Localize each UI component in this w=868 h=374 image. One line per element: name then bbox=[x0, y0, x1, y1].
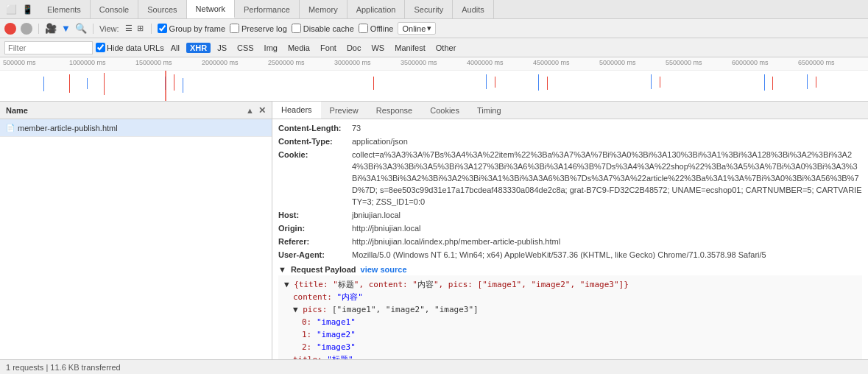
name-column-header: Name bbox=[6, 106, 28, 115]
filter-icon[interactable]: ▼ bbox=[61, 23, 71, 34]
inspect-icon[interactable]: ⬜ bbox=[4, 3, 18, 16]
tab-headers[interactable]: Headers bbox=[272, 102, 321, 119]
filter-css[interactable]: CSS bbox=[233, 43, 258, 53]
disable-cache-label[interactable]: Disable cache bbox=[292, 24, 354, 33]
timeline-label-3: 2000000 ms bbox=[199, 57, 265, 70]
filter-ws[interactable]: WS bbox=[367, 43, 388, 53]
timeline-label-6: 3500000 ms bbox=[398, 57, 464, 70]
device-icon[interactable]: 📱 bbox=[21, 3, 34, 16]
left-panel-header: Name ▲ ✕ bbox=[0, 102, 272, 119]
origin-row: Origin: http://jbniujian.local bbox=[278, 222, 862, 234]
tab-preview[interactable]: Preview bbox=[321, 102, 367, 119]
search-icon[interactable]: 🔍 bbox=[75, 23, 87, 34]
payload-pics-row: ▼ pics: ["image1", "image2", "image3"] bbox=[284, 303, 856, 316]
toggle-payload-icon[interactable]: ▼ bbox=[278, 265, 286, 274]
right-content: Content-Length: 73 Content-Type: applica… bbox=[272, 119, 868, 359]
filter-other[interactable]: Other bbox=[432, 43, 460, 53]
filter-input[interactable] bbox=[4, 41, 93, 54]
cookie-value: collect=a%3A3%3A%7Bs%3A4%3A%22item%22%3B… bbox=[352, 149, 862, 208]
grid-view-icon[interactable]: ⊞ bbox=[135, 23, 145, 34]
tab-security[interactable]: Security bbox=[405, 0, 453, 18]
timeline-label-10: 5500000 ms bbox=[663, 57, 729, 70]
tab-performance[interactable]: Performance bbox=[235, 0, 300, 18]
tab-response[interactable]: Response bbox=[367, 102, 422, 119]
devtools-icons: ⬜ 📱 bbox=[0, 0, 38, 18]
origin-value: http://jbniujian.local bbox=[352, 222, 862, 234]
filter-all[interactable]: All bbox=[167, 43, 183, 53]
separator-1 bbox=[38, 24, 39, 34]
timeline-label-9: 5000000 ms bbox=[596, 57, 663, 70]
timeline-label-0: 500000 ms bbox=[0, 57, 66, 70]
offline-checkbox[interactable] bbox=[359, 24, 368, 33]
content-type-value: application/json bbox=[352, 135, 862, 147]
camera-icon[interactable]: 🎥 bbox=[45, 23, 57, 34]
tab-network[interactable]: Network bbox=[187, 0, 235, 18]
payload-toggle-1[interactable]: ▼ bbox=[284, 280, 289, 289]
tab-console[interactable]: Console bbox=[91, 0, 138, 18]
view-icons: ☰ ⊞ bbox=[124, 23, 145, 34]
content-type-label: Content-Type: bbox=[278, 135, 352, 147]
user-agent-label: User-Agent: bbox=[278, 249, 352, 261]
request-payload-title: ▼ Request Payload view source bbox=[278, 265, 862, 274]
tab-sources[interactable]: Sources bbox=[138, 0, 186, 18]
offline-label[interactable]: Offline bbox=[359, 24, 394, 33]
content-type-row: Content-Type: application/json bbox=[278, 135, 862, 147]
view-source-link[interactable]: view source bbox=[361, 265, 407, 274]
payload-toggle-pics[interactable]: ▼ bbox=[293, 305, 298, 314]
group-by-frame-label[interactable]: Group by frame bbox=[158, 24, 225, 33]
right-panel: Headers Preview Response Cookies Timing … bbox=[272, 102, 868, 359]
filter-img[interactable]: Img bbox=[261, 43, 281, 53]
payload-line-1: ▼ {title: "标题", content: "内容", pics: ["i… bbox=[284, 278, 856, 291]
timeline-label-4: 2500000 ms bbox=[265, 57, 331, 70]
payload-pic1-row: 1: "image2" bbox=[284, 328, 856, 341]
preserve-log-label[interactable]: Preserve log bbox=[230, 24, 287, 33]
host-value: jbniujian.local bbox=[352, 209, 862, 221]
clear-button[interactable] bbox=[21, 23, 32, 35]
timeline-label-2: 1500000 ms bbox=[133, 57, 199, 70]
filter-manifest[interactable]: Manifest bbox=[391, 43, 429, 53]
referer-label: Referer: bbox=[278, 236, 352, 247]
filter-xhr[interactable]: XHR bbox=[186, 43, 211, 53]
timeline-label-11: 6000000 ms bbox=[729, 57, 795, 70]
online-button[interactable]: Online ▾ bbox=[398, 22, 436, 35]
filter-js[interactable]: JS bbox=[214, 43, 230, 53]
file-icon: 📄 bbox=[6, 124, 15, 132]
record-button[interactable] bbox=[4, 23, 16, 35]
timeline-chart bbox=[0, 71, 868, 101]
tab-audits[interactable]: Audits bbox=[453, 0, 494, 18]
host-label: Host: bbox=[278, 209, 352, 221]
payload-title-row: title: "标题" bbox=[284, 353, 856, 359]
status-text: 1 requests | 11.6 KB transferred bbox=[6, 363, 121, 372]
tab-application[interactable]: Application bbox=[347, 0, 406, 18]
referer-row: Referer: http://jbniujian.local/index.ph… bbox=[278, 236, 862, 247]
payload-pic0-row: 0: "image1" bbox=[284, 316, 856, 328]
tab-timing[interactable]: Timing bbox=[468, 102, 510, 119]
close-panel-icon[interactable]: ✕ bbox=[258, 105, 266, 116]
tab-cookies[interactable]: Cookies bbox=[421, 102, 468, 119]
right-tabs: Headers Preview Response Cookies Timing bbox=[272, 102, 868, 119]
payload-content-row: content: "内容" bbox=[284, 291, 856, 303]
cookie-label: Cookie: bbox=[278, 149, 352, 208]
timeline-label-7: 4000000 ms bbox=[464, 57, 530, 70]
filter-font[interactable]: Font bbox=[317, 43, 340, 53]
group-by-frame-checkbox[interactable] bbox=[158, 24, 167, 33]
origin-label: Origin: bbox=[278, 222, 352, 234]
preserve-log-checkbox[interactable] bbox=[230, 24, 239, 33]
filter-media[interactable]: Media bbox=[284, 43, 314, 53]
disable-cache-checkbox[interactable] bbox=[292, 24, 301, 33]
tab-memory[interactable]: Memory bbox=[300, 0, 347, 18]
left-panel: Name ▲ ✕ 📄 member-article-publish.html bbox=[0, 102, 272, 359]
tab-elements[interactable]: Elements bbox=[38, 0, 91, 18]
separator-3 bbox=[151, 24, 152, 34]
main-area: Name ▲ ✕ 📄 member-article-publish.html H… bbox=[0, 102, 868, 359]
timeline-labels: 500000 ms 1000000 ms 1500000 ms 2000000 … bbox=[0, 57, 868, 71]
hide-data-urls-label[interactable]: Hide data URLs bbox=[96, 43, 164, 52]
user-agent-row: User-Agent: Mozilla/5.0 (Windows NT 6.1;… bbox=[278, 249, 862, 261]
hide-data-urls-checkbox[interactable] bbox=[96, 43, 105, 52]
request-row[interactable]: 📄 member-article-publish.html bbox=[0, 119, 272, 137]
dropdown-icon: ▾ bbox=[427, 24, 431, 33]
timeline-label-12: 6500000 ms bbox=[795, 57, 861, 70]
filter-doc[interactable]: Doc bbox=[343, 43, 365, 53]
list-view-icon[interactable]: ☰ bbox=[124, 23, 134, 34]
sort-icon[interactable]: ▲ bbox=[246, 106, 254, 115]
